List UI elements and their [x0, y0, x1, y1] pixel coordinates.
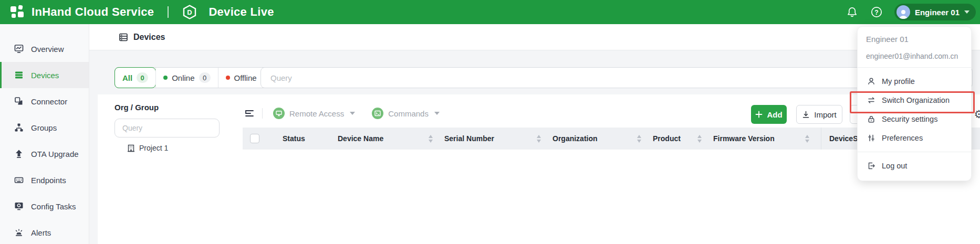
- ota-upgrade-icon: [14, 149, 24, 158]
- menu-item-preferences[interactable]: Preferences: [858, 129, 971, 147]
- sidebar-item-label: Endpoints: [31, 176, 66, 185]
- org-tree-item-project1[interactable]: Project 1: [127, 144, 168, 152]
- import-icon: [802, 111, 810, 119]
- brand-area: InHand Cloud Service D Device Live: [0, 5, 274, 19]
- menu-item-switch-organization[interactable]: Switch Organization: [858, 91, 971, 110]
- filter-tab-label: Online: [172, 73, 194, 82]
- sidebar-item-label: Groups: [31, 123, 57, 132]
- table-toolbar: Remote Access Commands: [244, 103, 440, 124]
- menu-user-name: Engineer 01: [858, 33, 971, 45]
- filter-tab-all[interactable]: All 0: [114, 67, 156, 88]
- select-all-checkbox[interactable]: [250, 134, 259, 143]
- sort-icon[interactable]: [429, 135, 433, 143]
- import-button-label: Import: [814, 110, 837, 119]
- avatar: [896, 5, 910, 19]
- user-dropdown-menu: Engineer 01 engineer01@inhand.com.cn My …: [857, 26, 972, 181]
- column-header-organization[interactable]: Organization: [552, 128, 653, 150]
- table-header-checkbox-cell: [243, 128, 283, 150]
- page-title: Devices: [133, 33, 165, 42]
- menu-user-email: engineer01@inhand.com.cn: [858, 51, 971, 61]
- sort-icon[interactable]: [537, 135, 541, 143]
- commands-label: Commands: [388, 109, 429, 118]
- preferences-sliders-icon: [867, 134, 875, 142]
- product-title: Device Live: [208, 5, 274, 19]
- sidebar: Overview Devices Connector Groups OTA Up…: [0, 24, 89, 244]
- remote-access-label: Remote Access: [289, 109, 344, 118]
- svg-text:D: D: [187, 8, 192, 16]
- sort-icon[interactable]: [637, 135, 641, 143]
- sidebar-item-connector[interactable]: Connector: [0, 88, 89, 114]
- chevron-down-icon: [964, 10, 969, 14]
- header-right: ? Engineer 01: [846, 0, 976, 24]
- sidebar-item-label: Config Tasks: [31, 202, 76, 211]
- user-name-label: Engineer 01: [915, 8, 960, 17]
- org-group-title: Org / Group: [114, 103, 159, 112]
- person-icon: [867, 77, 875, 86]
- filter-tab-count: 0: [199, 72, 211, 83]
- sidebar-item-alerts[interactable]: Alerts: [0, 219, 89, 244]
- tree-toggle-icon[interactable]: [244, 108, 255, 119]
- menu-item-my-profile[interactable]: My profile: [858, 72, 971, 91]
- sidebar-item-label: Overview: [31, 45, 64, 54]
- apps-grid-icon[interactable]: [11, 5, 24, 19]
- commands-icon: [372, 108, 383, 119]
- column-header-device-name[interactable]: Device Name: [338, 128, 444, 150]
- brand-title: InHand Cloud Service: [32, 5, 154, 19]
- brand-divider: [168, 6, 169, 18]
- sidebar-item-endpoints[interactable]: Endpoints: [0, 167, 89, 193]
- filter-tab-count: 0: [137, 72, 148, 83]
- menu-item-security-settings[interactable]: Security settings: [858, 110, 971, 129]
- device-live-logo-icon: D: [182, 5, 197, 19]
- sidebar-item-label: Connector: [31, 97, 67, 106]
- page-topbar: Devices: [89, 24, 980, 50]
- chevron-down-icon: [434, 112, 440, 115]
- help-icon[interactable]: ?: [870, 6, 883, 18]
- organization-building-icon: [127, 144, 135, 152]
- groups-icon: [14, 123, 24, 132]
- endpoints-icon: [14, 175, 24, 185]
- toolbar-divider: [262, 108, 263, 119]
- svg-text:?: ?: [874, 9, 878, 16]
- app-root: InHand Cloud Service D Device Live ?: [0, 0, 980, 244]
- plus-icon: [755, 111, 763, 118]
- add-button-label: Add: [767, 110, 782, 119]
- remote-access-icon: [273, 108, 285, 119]
- add-button[interactable]: Add: [751, 105, 787, 124]
- column-header-serial-number[interactable]: Serial Number: [444, 128, 552, 150]
- chevron-down-icon: [350, 112, 355, 115]
- column-settings-gear-icon[interactable]: ⚙: [973, 108, 980, 121]
- filter-tab-online[interactable]: Online 0: [155, 68, 217, 88]
- sort-icon[interactable]: [805, 135, 809, 143]
- column-header-product[interactable]: Product: [653, 128, 713, 150]
- sidebar-item-groups[interactable]: Groups: [0, 114, 89, 141]
- status-filter-tabs: All 0 Online 0 Offline 0: [114, 67, 280, 88]
- sort-icon[interactable]: [697, 135, 702, 143]
- sidebar-item-config-tasks[interactable]: Config Tasks: [0, 193, 89, 219]
- user-menu-trigger[interactable]: Engineer 01: [894, 4, 976, 20]
- notifications-bell-icon[interactable]: [846, 6, 859, 18]
- org-group-panel: Org / Group Project 1: [98, 94, 235, 244]
- switch-arrows-icon: [867, 96, 875, 104]
- devices-page-icon: [119, 33, 128, 42]
- logout-icon: [867, 162, 875, 170]
- menu-divider: [858, 67, 971, 68]
- sidebar-item-label: Alerts: [31, 228, 51, 237]
- connector-icon: [14, 97, 24, 106]
- column-header-status[interactable]: Status: [283, 128, 338, 150]
- offline-dot-icon: [226, 76, 230, 80]
- sidebar-item-ota-upgrade[interactable]: OTA Upgrade: [0, 141, 89, 167]
- sidebar-item-label: Devices: [31, 71, 59, 80]
- column-header-firmware-version[interactable]: Firmware Version: [713, 128, 821, 150]
- overview-icon: [14, 44, 24, 54]
- app-header: InHand Cloud Service D Device Live ?: [0, 0, 980, 24]
- import-button[interactable]: Import: [796, 105, 842, 124]
- tree-item-label: Project 1: [139, 144, 168, 152]
- sidebar-item-devices[interactable]: Devices: [0, 62, 89, 88]
- menu-item-log-out[interactable]: Log out: [858, 156, 971, 175]
- remote-access-dropdown[interactable]: Remote Access: [273, 108, 355, 119]
- commands-dropdown[interactable]: Commands: [372, 108, 440, 119]
- sidebar-item-overview[interactable]: Overview: [0, 36, 89, 62]
- filter-tab-label: All: [122, 73, 132, 82]
- devices-icon: [14, 70, 24, 80]
- org-query-input[interactable]: [114, 119, 220, 137]
